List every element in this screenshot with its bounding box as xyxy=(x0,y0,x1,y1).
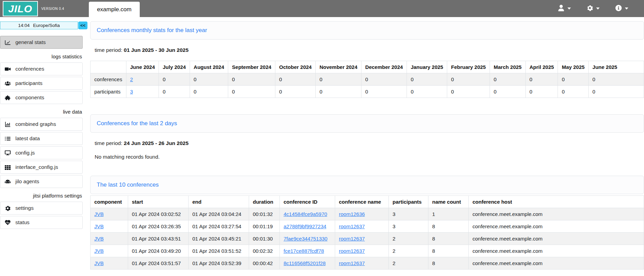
cell-conference-id: 7fae9ce344751330 xyxy=(280,233,335,245)
sidebar-item-label: status xyxy=(15,219,29,226)
month-header: October 2024 xyxy=(275,61,316,73)
clock: 14:04 Europe/Sofia xyxy=(0,21,78,29)
users-icon xyxy=(4,81,11,86)
month-value-cell: 0 xyxy=(361,86,407,98)
month-header: July 2024 xyxy=(159,61,190,73)
component-link[interactable]: JVB xyxy=(94,236,104,242)
cell-conference-id: 8c116568f5201f28 xyxy=(280,257,335,270)
cell-end: 01 Apr 2024 03:04:24 xyxy=(189,208,249,220)
month-value-cell: 0 xyxy=(490,73,525,86)
table-row: JVB 01 Apr 2024 03:51:57 01 Apr 2024 03:… xyxy=(91,257,644,270)
settings-menu[interactable] xyxy=(587,5,600,12)
time-period-label: time period: xyxy=(95,140,122,146)
table-row: participants 3 0 0 0 0 0 0 0 0 0 0 0 0 xyxy=(91,86,644,98)
sidebar-section-logs-statistics: logs statistics xyxy=(0,50,87,62)
conference-name-link[interactable]: room12637 xyxy=(339,236,365,242)
sidebar-item-label: jilo agents xyxy=(15,178,39,185)
component-link[interactable]: JVB xyxy=(94,248,104,254)
conferences-count-link[interactable]: 2 xyxy=(130,76,133,82)
conference-name-link[interactable]: room12637 xyxy=(339,223,365,229)
table-row: JVB 01 Apr 2024 03:26:35 01 Apr 2024 03:… xyxy=(91,220,644,233)
sidebar-item-conferences[interactable]: conferences xyxy=(0,62,83,75)
sidebar-item-label: combined graphs xyxy=(15,121,56,127)
cell-conference-name: room12636 xyxy=(335,208,389,220)
participants-count-link[interactable]: 3 xyxy=(130,89,133,95)
month-header-empty xyxy=(91,61,126,73)
month-header: December 2024 xyxy=(361,61,407,73)
user-menu[interactable] xyxy=(558,5,571,12)
conference-id-link[interactable]: 8c116568f5201f28 xyxy=(284,260,326,266)
sidebar-item-status[interactable]: status xyxy=(0,216,83,229)
cell-conference-id: fce17ce887fcdf78 xyxy=(280,245,335,257)
table-row: JVB 01 Apr 2024 03:02:52 01 Apr 2024 03:… xyxy=(91,208,644,220)
month-value-cell: 0 xyxy=(228,86,275,98)
sidebar-item-label: latest data xyxy=(15,135,40,142)
user-icon xyxy=(558,5,564,12)
month-value-cell: 0 xyxy=(316,73,361,86)
sidebar-item-label: interface_config.js xyxy=(15,164,58,170)
conference-name-link[interactable]: room12637 xyxy=(339,248,365,254)
panel-heading-monthly-stats: Conferences monthly stats for the last y… xyxy=(90,21,644,40)
monthly-stats-table: June 2024 July 2024 August 2024 Septembe… xyxy=(90,61,644,98)
sidebar-item-config-js[interactable]: config.js xyxy=(0,146,83,159)
cell-conference-host: conference.meet.example.com xyxy=(469,208,644,220)
sidebar-item-participants[interactable]: participants xyxy=(0,77,83,90)
sidebar-section-live-data: live data xyxy=(0,105,87,118)
bar-chart-icon xyxy=(4,121,11,127)
table-row: JVB 01 Apr 2024 03:49:20 01 Apr 2024 03:… xyxy=(91,245,644,257)
conference-name-link[interactable]: room12637 xyxy=(339,260,365,266)
sidebar-item-label: conferences xyxy=(15,66,44,72)
sidebar-item-combined-graphs[interactable]: combined graphs xyxy=(0,118,83,131)
list-icon xyxy=(4,136,11,142)
conference-id-link[interactable]: a2788f9bf9927234 xyxy=(284,223,326,229)
col-header-duration: duration xyxy=(249,196,280,208)
month-header: January 2025 xyxy=(407,61,447,73)
cell-duration: 00:01:19 xyxy=(249,220,280,233)
month-value-cell: 0 xyxy=(558,73,589,86)
month-header: May 2025 xyxy=(558,61,589,73)
twodays-time-period: time period: 24 Jun 2025 - 26 Jun 2025 xyxy=(95,140,644,146)
cell-participants: 2 xyxy=(389,257,428,270)
col-header-start: start xyxy=(128,196,189,208)
cell-start: 01 Apr 2024 03:49:20 xyxy=(128,245,189,257)
sidebar-item-jilo-agents[interactable]: jilo agents xyxy=(0,175,83,188)
component-link[interactable]: JVB xyxy=(94,211,104,217)
month-value-cell: 0 xyxy=(447,86,490,98)
conference-id-link[interactable]: 7fae9ce344751330 xyxy=(284,236,327,242)
cell-duration: 00:01:30 xyxy=(249,233,280,245)
month-value-cell: 0 xyxy=(558,86,589,98)
component-link[interactable]: JVB xyxy=(94,223,104,229)
month-value-cell: 3 xyxy=(126,86,159,98)
sidebar-item-label: settings xyxy=(15,205,33,211)
month-value-cell: 0 xyxy=(407,86,447,98)
month-value-cell: 2 xyxy=(126,73,159,86)
month-header: February 2025 xyxy=(447,61,490,73)
clock-time: 14:04 xyxy=(18,23,30,28)
month-header: March 2025 xyxy=(490,61,525,73)
sidebar-item-general-stats[interactable]: general stats xyxy=(0,36,83,49)
conference-name-link[interactable]: room12636 xyxy=(339,211,365,217)
info-menu[interactable] xyxy=(615,5,628,12)
sidebar-collapse-button[interactable]: << xyxy=(78,21,87,29)
sidebar-item-latest-data[interactable]: latest data xyxy=(0,132,83,145)
conference-id-link[interactable]: fce17ce887fcdf78 xyxy=(284,248,324,254)
cell-duration: 00:00:42 xyxy=(249,257,280,270)
version-label: VERSION 0.4 xyxy=(41,7,64,11)
time-period-value: 24 Jun 2025 - 26 Jun 2025 xyxy=(124,140,189,146)
chart-line-icon xyxy=(4,40,11,45)
cell-participants: 3 xyxy=(389,220,428,233)
conference-id-link[interactable]: 4c14584fce9a5970 xyxy=(284,211,327,217)
month-value-cell: 0 xyxy=(589,86,644,98)
time-period-label: time period: xyxy=(95,47,122,53)
row-label: conferences xyxy=(91,73,126,86)
table-row: conferences 2 0 0 0 0 0 0 0 0 0 0 0 0 xyxy=(91,73,644,86)
platform-tab[interactable]: example.com xyxy=(89,2,140,17)
cell-duration: 00:02:32 xyxy=(249,245,280,257)
component-link[interactable]: JVB xyxy=(94,260,104,266)
sidebar-item-label: components xyxy=(15,95,44,101)
sidebar-item-settings[interactable]: settings xyxy=(0,202,83,215)
chevron-down-icon xyxy=(596,8,600,10)
video-icon xyxy=(4,66,11,72)
sidebar-item-interface-config-js[interactable]: interface_config.js xyxy=(0,161,83,174)
sidebar-item-components[interactable]: components xyxy=(0,91,83,104)
